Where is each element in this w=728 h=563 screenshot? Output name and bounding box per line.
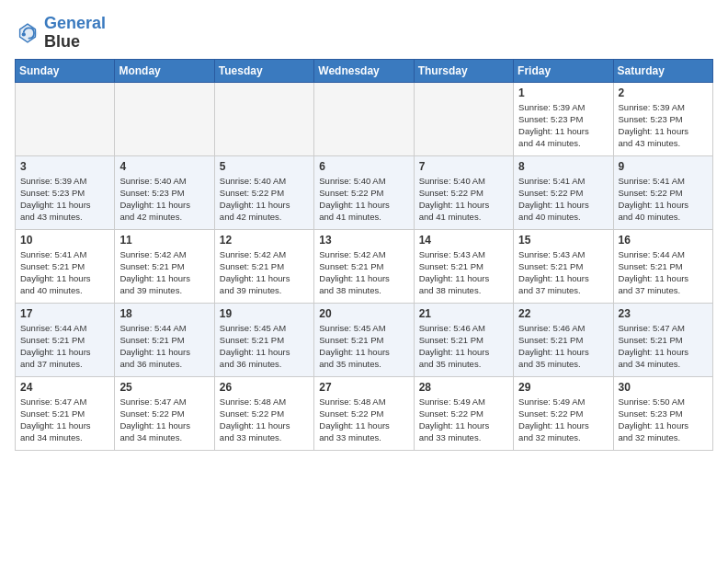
day-info: Sunrise: 5:44 AM Sunset: 5:21 PM Dayligh…: [20, 322, 109, 371]
calendar-header-wednesday: Wednesday: [314, 59, 414, 82]
calendar-cell: 22Sunrise: 5:46 AM Sunset: 5:21 PM Dayli…: [514, 303, 613, 376]
day-number: 1: [518, 86, 608, 99]
day-number: 10: [20, 234, 109, 247]
day-number: 28: [419, 381, 508, 394]
calendar-cell: 9Sunrise: 5:41 AM Sunset: 5:22 PM Daylig…: [613, 155, 712, 229]
calendar-cell: 30Sunrise: 5:50 AM Sunset: 5:23 PM Dayli…: [613, 376, 712, 450]
day-info: Sunrise: 5:42 AM Sunset: 5:21 PM Dayligh…: [220, 248, 309, 297]
calendar-header-thursday: Thursday: [414, 59, 513, 82]
calendar-cell: 24Sunrise: 5:47 AM Sunset: 5:21 PM Dayli…: [16, 376, 115, 450]
day-info: Sunrise: 5:49 AM Sunset: 5:22 PM Dayligh…: [518, 396, 608, 444]
calendar-week-4: 17Sunrise: 5:44 AM Sunset: 5:21 PM Dayli…: [16, 303, 713, 376]
calendar-cell: 12Sunrise: 5:42 AM Sunset: 5:21 PM Dayli…: [214, 229, 313, 303]
day-number: 8: [518, 160, 608, 173]
day-info: Sunrise: 5:41 AM Sunset: 5:21 PM Dayligh…: [20, 248, 109, 297]
day-number: 27: [319, 381, 408, 394]
day-number: 15: [518, 234, 608, 247]
calendar-week-1: 1Sunrise: 5:39 AM Sunset: 5:23 PM Daylig…: [16, 82, 713, 155]
day-number: 12: [220, 234, 309, 247]
calendar-cell: 14Sunrise: 5:43 AM Sunset: 5:21 PM Dayli…: [414, 229, 513, 303]
calendar-cell: 4Sunrise: 5:40 AM Sunset: 5:23 PM Daylig…: [115, 155, 214, 229]
calendar-week-5: 24Sunrise: 5:47 AM Sunset: 5:21 PM Dayli…: [16, 376, 713, 450]
calendar-cell: 1Sunrise: 5:39 AM Sunset: 5:23 PM Daylig…: [514, 82, 613, 155]
day-info: Sunrise: 5:49 AM Sunset: 5:22 PM Dayligh…: [419, 396, 508, 444]
calendar-cell: 28Sunrise: 5:49 AM Sunset: 5:22 PM Dayli…: [414, 376, 513, 450]
calendar-cell: 26Sunrise: 5:48 AM Sunset: 5:22 PM Dayli…: [214, 376, 313, 450]
day-info: Sunrise: 5:46 AM Sunset: 5:21 PM Dayligh…: [518, 322, 608, 371]
day-info: Sunrise: 5:48 AM Sunset: 5:22 PM Dayligh…: [220, 396, 309, 444]
logo-icon: [15, 20, 40, 46]
day-number: 11: [119, 234, 209, 247]
logo: General Blue: [15, 15, 106, 52]
calendar-cell: 6Sunrise: 5:40 AM Sunset: 5:22 PM Daylig…: [314, 155, 414, 229]
page-header: General Blue: [15, 15, 713, 52]
day-number: 29: [518, 381, 608, 394]
day-info: Sunrise: 5:42 AM Sunset: 5:21 PM Dayligh…: [119, 248, 209, 297]
day-number: 6: [319, 160, 408, 173]
calendar-cell: 11Sunrise: 5:42 AM Sunset: 5:21 PM Dayli…: [115, 229, 214, 303]
svg-point-1: [22, 32, 26, 36]
day-info: Sunrise: 5:39 AM Sunset: 5:23 PM Dayligh…: [619, 101, 708, 150]
calendar-cell: 15Sunrise: 5:43 AM Sunset: 5:21 PM Dayli…: [514, 229, 613, 303]
calendar-cell: 7Sunrise: 5:40 AM Sunset: 5:22 PM Daylig…: [414, 155, 513, 229]
day-info: Sunrise: 5:43 AM Sunset: 5:21 PM Dayligh…: [518, 248, 608, 297]
calendar-cell: 10Sunrise: 5:41 AM Sunset: 5:21 PM Dayli…: [16, 229, 115, 303]
day-info: Sunrise: 5:40 AM Sunset: 5:23 PM Dayligh…: [119, 175, 209, 224]
calendar-cell: 2Sunrise: 5:39 AM Sunset: 5:23 PM Daylig…: [613, 82, 712, 155]
day-number: 24: [20, 381, 109, 394]
day-number: 30: [619, 381, 708, 394]
day-number: 23: [619, 307, 708, 320]
calendar-cell: 20Sunrise: 5:45 AM Sunset: 5:21 PM Dayli…: [314, 303, 414, 376]
day-info: Sunrise: 5:40 AM Sunset: 5:22 PM Dayligh…: [220, 175, 309, 224]
day-info: Sunrise: 5:44 AM Sunset: 5:21 PM Dayligh…: [619, 248, 708, 297]
calendar-week-3: 10Sunrise: 5:41 AM Sunset: 5:21 PM Dayli…: [16, 229, 713, 303]
calendar-table: SundayMondayTuesdayWednesdayThursdayFrid…: [15, 59, 713, 451]
calendar-cell: [115, 82, 214, 155]
day-info: Sunrise: 5:41 AM Sunset: 5:22 PM Dayligh…: [619, 175, 708, 224]
calendar-cell: 18Sunrise: 5:44 AM Sunset: 5:21 PM Dayli…: [115, 303, 214, 376]
day-number: 4: [119, 160, 209, 173]
day-number: 17: [20, 307, 109, 320]
day-number: 25: [119, 381, 209, 394]
calendar-header-row: SundayMondayTuesdayWednesdayThursdayFrid…: [16, 59, 713, 82]
calendar-cell: 19Sunrise: 5:45 AM Sunset: 5:21 PM Dayli…: [214, 303, 313, 376]
calendar-cell: 8Sunrise: 5:41 AM Sunset: 5:22 PM Daylig…: [514, 155, 613, 229]
day-number: 16: [619, 234, 708, 247]
day-info: Sunrise: 5:45 AM Sunset: 5:21 PM Dayligh…: [220, 322, 309, 371]
day-info: Sunrise: 5:47 AM Sunset: 5:21 PM Dayligh…: [619, 322, 708, 371]
day-info: Sunrise: 5:39 AM Sunset: 5:23 PM Dayligh…: [518, 101, 608, 150]
day-number: 5: [220, 160, 309, 173]
day-number: 9: [619, 160, 708, 173]
day-info: Sunrise: 5:50 AM Sunset: 5:23 PM Dayligh…: [619, 396, 708, 444]
day-number: 18: [119, 307, 209, 320]
day-number: 19: [220, 307, 309, 320]
day-info: Sunrise: 5:40 AM Sunset: 5:22 PM Dayligh…: [419, 175, 508, 224]
day-info: Sunrise: 5:46 AM Sunset: 5:21 PM Dayligh…: [419, 322, 508, 371]
calendar-cell: 3Sunrise: 5:39 AM Sunset: 5:23 PM Daylig…: [16, 155, 115, 229]
day-info: Sunrise: 5:44 AM Sunset: 5:21 PM Dayligh…: [119, 322, 209, 371]
calendar-cell: 29Sunrise: 5:49 AM Sunset: 5:22 PM Dayli…: [514, 376, 613, 450]
day-info: Sunrise: 5:45 AM Sunset: 5:21 PM Dayligh…: [319, 322, 408, 371]
day-number: 14: [419, 234, 508, 247]
calendar-cell: 21Sunrise: 5:46 AM Sunset: 5:21 PM Dayli…: [414, 303, 513, 376]
calendar-header-friday: Friday: [514, 59, 613, 82]
day-info: Sunrise: 5:39 AM Sunset: 5:23 PM Dayligh…: [20, 175, 109, 224]
calendar-cell: 17Sunrise: 5:44 AM Sunset: 5:21 PM Dayli…: [16, 303, 115, 376]
calendar-cell: [314, 82, 414, 155]
day-number: 7: [419, 160, 508, 173]
calendar-cell: 27Sunrise: 5:48 AM Sunset: 5:22 PM Dayli…: [314, 376, 414, 450]
day-info: Sunrise: 5:47 AM Sunset: 5:21 PM Dayligh…: [20, 396, 109, 444]
calendar-cell: [16, 82, 115, 155]
calendar-header-sunday: Sunday: [16, 59, 115, 82]
calendar-cell: 16Sunrise: 5:44 AM Sunset: 5:21 PM Dayli…: [613, 229, 712, 303]
logo-text: General Blue: [44, 15, 106, 52]
day-number: 13: [319, 234, 408, 247]
calendar-cell: 5Sunrise: 5:40 AM Sunset: 5:22 PM Daylig…: [214, 155, 313, 229]
calendar-cell: 23Sunrise: 5:47 AM Sunset: 5:21 PM Dayli…: [613, 303, 712, 376]
calendar-header-tuesday: Tuesday: [214, 59, 313, 82]
day-number: 22: [518, 307, 608, 320]
calendar-header-monday: Monday: [115, 59, 214, 82]
calendar-body: 1Sunrise: 5:39 AM Sunset: 5:23 PM Daylig…: [16, 82, 713, 450]
day-info: Sunrise: 5:40 AM Sunset: 5:22 PM Dayligh…: [319, 175, 408, 224]
day-number: 20: [319, 307, 408, 320]
